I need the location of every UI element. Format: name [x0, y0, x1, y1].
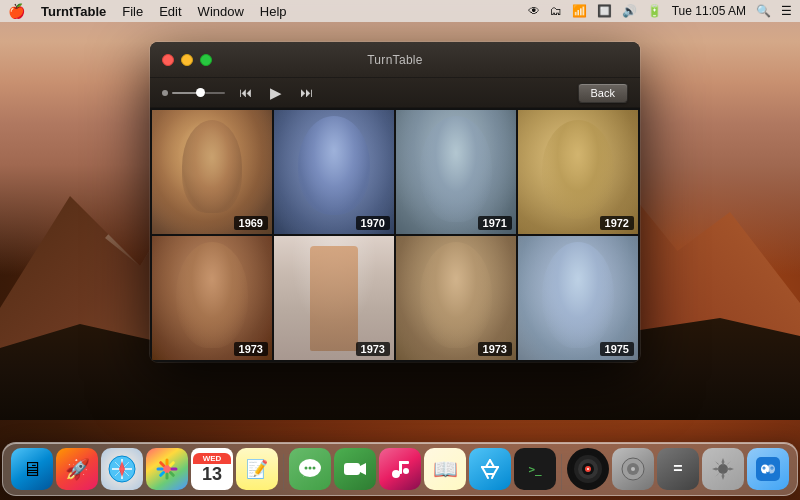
album-cell-1972[interactable]: 1972 [518, 110, 638, 234]
dock-item-launchpad[interactable]: 🚀 [56, 448, 98, 490]
dock-item-facetime[interactable] [334, 448, 376, 490]
dock-item-sysprefs[interactable] [702, 448, 744, 490]
menu-bar-left: 🍎 TurntTable File Edit Window Help [8, 3, 528, 19]
dock-item-finder2[interactable] [747, 448, 789, 490]
app-menu-name[interactable]: TurntTable [41, 4, 106, 19]
menubar-display-icon: 🔲 [597, 4, 612, 18]
svg-point-35 [771, 467, 772, 468]
menubar-search-icon[interactable]: 🔍 [756, 4, 771, 18]
svg-point-14 [392, 470, 400, 478]
menubar-volume-icon: 🔊 [622, 4, 637, 18]
toolbar: ⏮ ▶ ⏭ Back [150, 78, 640, 108]
svg-rect-12 [344, 463, 360, 475]
dock-item-notes[interactable]: 📝 [236, 448, 278, 490]
dock-item-diskutil[interactable] [612, 448, 654, 490]
menu-window[interactable]: Window [198, 4, 244, 19]
app-window: TurnTable ⏮ ▶ ⏭ [150, 42, 640, 362]
window-controls [162, 54, 212, 66]
dock-item-photos[interactable] [146, 448, 188, 490]
album-year-1970: 1970 [356, 216, 390, 230]
svg-point-10 [309, 467, 312, 470]
svg-marker-13 [360, 463, 366, 475]
dock-item-calculator[interactable]: = [657, 448, 699, 490]
album-year-1969: 1969 [234, 216, 268, 230]
svg-point-11 [313, 467, 316, 470]
dock-item-messages[interactable] [289, 448, 331, 490]
window-maximize-button[interactable] [200, 54, 212, 66]
dock-item-terminal[interactable]: >_ [514, 448, 556, 490]
album-year-1973a: 1973 [234, 342, 268, 356]
album-cell-1973a[interactable]: 1973 [152, 236, 272, 360]
menubar-dropbox-icon: 🗂 [550, 4, 562, 18]
svg-point-23 [587, 468, 589, 470]
album-cell-1969[interactable]: 1969 [152, 110, 272, 234]
window-minimize-button[interactable] [181, 54, 193, 66]
fast-forward-button[interactable]: ⏭ [296, 83, 317, 102]
album-cell-1970[interactable]: 1970 [274, 110, 394, 234]
dock-separator-2 [561, 454, 562, 490]
dock: 🖥 🚀 [0, 420, 800, 500]
svg-point-26 [631, 467, 635, 471]
menubar-clock: Tue 11:05 AM [672, 4, 746, 18]
menubar-eye-icon: 👁 [528, 4, 540, 18]
menu-bar: 🍎 TurntTable File Edit Window Help 👁 🗂 📶… [0, 0, 800, 22]
desktop: 🍎 TurntTable File Edit Window Help 👁 🗂 📶… [0, 0, 800, 500]
album-cell-1971[interactable]: 1971 [396, 110, 516, 234]
album-year-1973c: 1973 [478, 342, 512, 356]
dock-item-turntable[interactable] [567, 448, 609, 490]
album-grid: 1969 1970 1971 1972 1973 [150, 108, 640, 362]
dock-item-books[interactable]: 📖 [424, 448, 466, 490]
svg-point-9 [305, 467, 308, 470]
menubar-wifi-icon: 📶 [572, 4, 587, 18]
rewind-button[interactable]: ⏮ [235, 83, 256, 102]
album-cell-1973c[interactable]: 1973 [396, 236, 516, 360]
menu-edit[interactable]: Edit [159, 4, 181, 19]
dock-background: 🖥 🚀 [2, 442, 798, 496]
menubar-menu-icon[interactable]: ☰ [781, 4, 792, 18]
dock-item-calendar[interactable]: WED 13 [191, 448, 233, 490]
menu-file[interactable]: File [122, 4, 143, 19]
album-cell-1975[interactable]: 1975 [518, 236, 638, 360]
window-title: TurnTable [367, 53, 423, 67]
menubar-battery-icon: 🔋 [647, 4, 662, 18]
album-year-1975: 1975 [600, 342, 634, 356]
dock-item-itunes[interactable] [379, 448, 421, 490]
window-close-button[interactable] [162, 54, 174, 66]
svg-point-15 [403, 468, 409, 474]
window-titlebar: TurnTable [150, 42, 640, 78]
dock-item-appstore[interactable] [469, 448, 511, 490]
dock-item-finder[interactable]: 🖥 [11, 448, 53, 490]
svg-rect-17 [399, 461, 409, 464]
apple-menu[interactable]: 🍎 [8, 3, 25, 19]
album-year-1973b: 1973 [356, 342, 390, 356]
dock-separator-1 [283, 454, 284, 490]
svg-point-34 [763, 467, 764, 468]
menu-help[interactable]: Help [260, 4, 287, 19]
back-button[interactable]: Back [578, 83, 628, 103]
album-year-1971: 1971 [478, 216, 512, 230]
dock-item-safari[interactable] [101, 448, 143, 490]
album-year-1972: 1972 [600, 216, 634, 230]
menu-bar-right: 👁 🗂 📶 🔲 🔊 🔋 Tue 11:05 AM 🔍 ☰ [528, 4, 792, 18]
volume-control[interactable] [162, 89, 225, 97]
album-cell-1973b[interactable]: 1973 [274, 236, 394, 360]
play-button[interactable]: ▶ [266, 82, 286, 104]
